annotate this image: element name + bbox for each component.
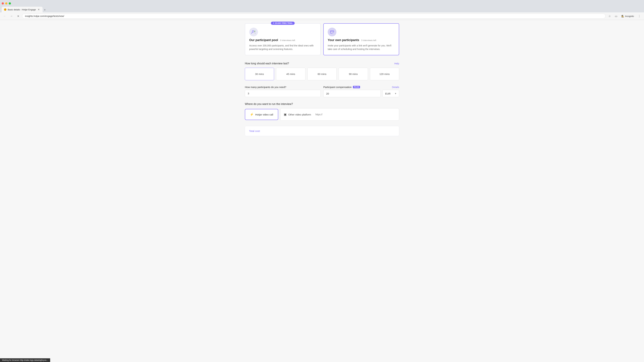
star-btn[interactable]: ☆: [607, 13, 612, 19]
hotjar-platform-btn[interactable]: ⚡ Hotjar video call: [245, 109, 278, 120]
tab-search-btn[interactable]: ▭: [613, 13, 619, 19]
details-link[interactable]: Details: [392, 86, 399, 88]
participants-group: How many participants do you need?: [245, 86, 321, 97]
duration-section: How long should each interview last? Hel…: [245, 62, 399, 80]
other-platform-btn[interactable]: ▣ Other video platform: [284, 113, 311, 116]
page-content: ✦ 15-DAY FREE TRIAL Our participant pool…: [0, 20, 644, 362]
url-text: insights.hotjar.com/engage/tests/new/: [25, 15, 64, 17]
participants-compensation-row: How many participants do you need? Parti…: [245, 86, 399, 97]
nav-actions: ☆ ▭ 🕵 Incognito ⋮: [607, 13, 642, 19]
hotjar-video-icon: ⚡: [250, 113, 254, 116]
hotjar-platform-label: Hotjar video call: [255, 113, 273, 116]
currency-label: EUR: [385, 92, 390, 95]
duration-90[interactable]: 90 mins: [338, 68, 368, 80]
compensation-amount-input[interactable]: [323, 90, 381, 97]
status-bar: Waiting for browser-http-intake.logs.dat…: [0, 358, 50, 362]
tab-bar: Basic details - Hotjar Engage ✕ +: [0, 7, 644, 12]
duration-30[interactable]: 30 mins: [245, 68, 274, 80]
tab-favicon: [4, 8, 6, 11]
own-participants-card[interactable]: Your own participants 3 interviews left …: [323, 23, 399, 55]
own-card-description: Invite your participants with a link we'…: [328, 44, 395, 51]
main-container: ✦ 15-DAY FREE TRIAL Our participant pool…: [242, 20, 402, 139]
pool-card-title: Our participant pool: [249, 38, 278, 42]
plus-badge: PLUS: [353, 86, 360, 88]
participant-pool-card[interactable]: ✦ 15-DAY FREE TRIAL Our participant pool…: [245, 23, 321, 55]
duration-45[interactable]: 45 mins: [276, 68, 305, 80]
duration-header: How long should each interview last? Hel…: [245, 62, 399, 65]
browser-nav: ← → ✕ insights.hotjar.com/engage/tests/n…: [0, 12, 644, 20]
platform-header: Where do you want to run the interview?: [245, 103, 399, 106]
tab-close-btn[interactable]: ✕: [37, 8, 40, 11]
own-title-row: Your own participants 3 interviews left: [328, 38, 395, 42]
total-cost-label: Total cost:: [249, 130, 260, 132]
duration-60[interactable]: 60 mins: [308, 68, 336, 80]
incognito-icon: 🕵: [621, 15, 624, 17]
more-btn[interactable]: ⋮: [636, 13, 642, 19]
platform-title: Where do you want to run the interview?: [245, 103, 293, 106]
participant-cards: ✦ 15-DAY FREE TRIAL Our participant pool…: [245, 23, 399, 55]
minimize-window-btn[interactable]: [5, 2, 8, 4]
duration-120[interactable]: 120 mins: [370, 68, 399, 80]
pool-card-description: Access over 200,000 participants, and fi…: [249, 44, 316, 51]
duration-title: How long should each interview last?: [245, 62, 289, 65]
status-text: Waiting for browser-http-intake.logs.dat…: [2, 359, 48, 361]
svg-point-0: [252, 30, 254, 32]
other-video-icon: ▣: [284, 113, 286, 116]
pool-interviews-left: 0 interviews left: [280, 39, 295, 41]
reload-btn[interactable]: ✕: [16, 13, 21, 19]
currency-select[interactable]: EUR ▾: [382, 90, 399, 97]
compensation-group: Participant compensation PLUS Details EU…: [323, 86, 399, 97]
duration-options: 30 mins 45 mins 60 mins 90 mins 120 mins: [245, 68, 399, 80]
other-platform-label: Other video platform: [288, 113, 311, 116]
other-platform-wrapper: ▣ Other video platform: [280, 108, 399, 121]
own-interviews-left: 3 interviews left: [361, 39, 376, 41]
svg-point-2: [254, 30, 256, 32]
own-card-title: Your own participants: [328, 38, 359, 42]
compensation-label-row: Participant compensation PLUS Details: [323, 86, 399, 88]
platform-options: ⚡ Hotjar video call ▣ Other video platfo…: [245, 108, 399, 121]
pool-card-icon: [249, 28, 258, 36]
own-card-icon: [328, 28, 336, 36]
incognito-btn[interactable]: 🕵 Incognito: [620, 14, 636, 18]
participants-input[interactable]: [245, 90, 321, 97]
currency-chevron-icon: ▾: [395, 92, 396, 95]
platform-section: Where do you want to run the interview? …: [245, 103, 399, 121]
comp-label-inner: Participant compensation PLUS: [323, 86, 360, 88]
pool-title-row: Our participant pool 0 interviews left: [249, 38, 316, 42]
compensation-inputs: EUR ▾: [323, 90, 399, 97]
back-btn[interactable]: ←: [2, 13, 8, 19]
forward-btn[interactable]: →: [9, 13, 14, 19]
total-cost-bar: Total cost:: [245, 126, 399, 136]
compensation-label: Participant compensation: [323, 86, 352, 88]
maximize-window-btn[interactable]: [9, 2, 11, 4]
browser-titlebar: [0, 0, 644, 7]
help-link[interactable]: Help: [394, 62, 399, 65]
address-bar[interactable]: insights.hotjar.com/engage/tests/new/: [22, 13, 606, 18]
incognito-label: Incognito: [625, 15, 634, 17]
window-controls: [2, 2, 11, 4]
close-window-btn[interactable]: [2, 2, 4, 4]
active-tab[interactable]: Basic details - Hotjar Engage ✕: [2, 7, 42, 12]
tab-title: Basic details - Hotjar Engage: [8, 8, 36, 11]
new-tab-btn[interactable]: +: [42, 7, 47, 12]
participants-label: How many participants do you need?: [245, 86, 321, 88]
browser-chrome: Basic details - Hotjar Engage ✕ + ← → ✕ …: [0, 0, 644, 20]
platform-url-input[interactable]: [313, 111, 396, 118]
trial-badge: ✦ 15-DAY FREE TRIAL: [271, 22, 295, 25]
